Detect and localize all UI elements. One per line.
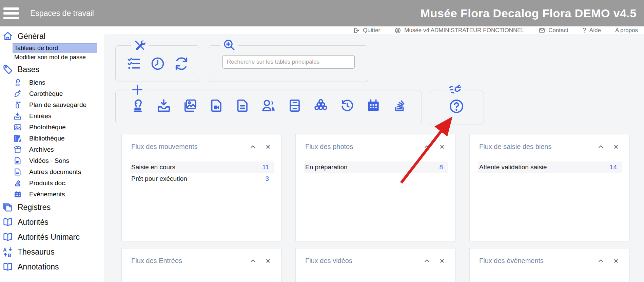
about-label: A propos	[615, 27, 638, 34]
grapes-cluster-icon[interactable]	[313, 98, 329, 113]
collapse-icon[interactable]	[598, 144, 604, 150]
history-clock-icon[interactable]	[339, 98, 355, 113]
flux-row-label: Saisie en cours	[131, 164, 175, 171]
help-label: Aide	[589, 27, 601, 34]
sidebar-item-tableau-de-bord[interactable]: Tableau de bord	[13, 44, 97, 53]
flux-row[interactable]: Saisie en cours 11	[130, 161, 274, 173]
close-icon[interactable]	[265, 258, 271, 264]
quit-button[interactable]: Quitter	[353, 27, 380, 34]
collapse-icon[interactable]	[250, 144, 256, 150]
sidebar-item-archives[interactable]: Archives	[0, 144, 97, 155]
main-search-input[interactable]	[222, 55, 355, 69]
tools-group	[115, 45, 200, 82]
hamburger-menu-icon[interactable]	[3, 7, 19, 19]
sidebar-item-biens[interactable]: Biens	[0, 77, 97, 88]
sidebar-item-carotheque[interactable]: Carothèque	[0, 88, 97, 99]
close-icon[interactable]	[613, 144, 619, 150]
sidebar-item-label: Autorités	[18, 218, 48, 227]
contact-button[interactable]: Contact	[539, 27, 568, 34]
clock-icon[interactable]	[150, 56, 165, 71]
collapse-icon[interactable]	[424, 144, 430, 150]
help-button[interactable]: ? Aide	[583, 26, 601, 34]
user-menu[interactable]: Musée v4 ADMINISTRATEUR FONCTIONNEL	[394, 27, 524, 34]
sidebar-item-label: Plan de sauvegarde	[29, 101, 86, 109]
widget-flux-des-videos: Flux des vidéos	[295, 248, 455, 282]
checklist-icon[interactable]	[126, 56, 142, 71]
paper-stack-icon[interactable]	[392, 98, 407, 113]
widget-title: Flux des évènements	[479, 257, 598, 265]
flux-row[interactable]: Prêt pour exécution 3	[130, 173, 274, 185]
flux-row-value: 14	[610, 164, 617, 171]
sidebar-item-label: Autorités Unimarc	[18, 233, 80, 242]
document-file-icon[interactable]	[235, 98, 250, 113]
widget-flux-de-saisie-des-biens: Flux de saisie des biens Attente validat…	[469, 134, 629, 241]
svg-text:A: A	[3, 247, 7, 253]
collapse-icon[interactable]	[250, 258, 256, 264]
drawer-cabinet-icon[interactable]	[287, 98, 303, 113]
sidebar: Général Tableau de bord Modifier son mot…	[0, 26, 97, 282]
paper-stack-icon	[13, 179, 22, 188]
flux-row-value: 8	[439, 164, 443, 171]
calendar-icon[interactable]	[366, 98, 381, 113]
refresh-icon[interactable]	[174, 56, 189, 71]
sidebar-item-thesaurus[interactable]: AB Thesaurus	[0, 244, 97, 259]
open-book-icon	[2, 217, 13, 227]
sidebar-item-label: Photothèque	[29, 124, 66, 131]
main-area: Quitter Musée v4 ADMINISTRATEUR FONCTION…	[97, 26, 644, 282]
video-file-icon[interactable]	[209, 98, 224, 113]
translate-icon: AB	[2, 246, 13, 257]
sidebar-item-label: Annotations	[18, 262, 59, 272]
widget-flux-des-evenements: Flux des évènements	[469, 248, 629, 282]
sidebar-item-autorites-unimarc[interactable]: Autorités Unimarc	[0, 230, 97, 244]
collapse-icon[interactable]	[598, 258, 604, 264]
sidebar-item-label: Bases	[18, 65, 39, 74]
statue-icon[interactable]	[130, 98, 145, 113]
sidebar-item-produits-doc[interactable]: Produits doc.	[0, 177, 97, 189]
sidebar-item-plan-de-sauvegarde[interactable]: Plan de sauvegarde	[0, 99, 97, 110]
sidebar-item-label: Archives	[29, 146, 54, 153]
search-group	[208, 45, 368, 82]
flux-row-value: 11	[262, 164, 269, 171]
sidebar-item-phototheque[interactable]: Photothèque	[0, 122, 97, 133]
flux-row[interactable]: Attente validation saisie 14	[478, 161, 622, 173]
people-icon[interactable]	[261, 98, 276, 113]
video-file-icon	[13, 156, 22, 165]
close-icon[interactable]	[439, 258, 445, 264]
wrench-screwdriver-icon	[133, 39, 146, 52]
images-icon[interactable]	[182, 98, 198, 113]
widget-flux-des-mouvements: Flux des mouvements Saisie en cours 11	[121, 134, 281, 241]
statue-icon	[13, 78, 22, 87]
close-icon[interactable]	[613, 258, 619, 264]
books-icon	[13, 134, 22, 143]
svg-text:B: B	[8, 253, 12, 257]
close-icon[interactable]	[439, 144, 445, 150]
dashboard-panel: Flux des mouvements Saisie en cours 11	[104, 34, 644, 282]
flux-row[interactable]: En préparation 8	[304, 161, 448, 173]
about-button[interactable]: A propos	[615, 27, 638, 34]
home-icon	[2, 31, 13, 42]
plus-icon	[131, 83, 144, 96]
download-tray-icon[interactable]	[156, 98, 172, 113]
fire-extinguisher-icon	[13, 101, 22, 109]
collapse-icon[interactable]	[424, 258, 430, 264]
calendar-icon	[13, 190, 22, 199]
sidebar-item-bases[interactable]: Bases	[0, 62, 97, 77]
zoom-plus-icon	[222, 38, 236, 52]
widget-title: Flux de saisie des biens	[479, 143, 598, 151]
sidebar-item-autres-documents[interactable]: Autres documents	[0, 166, 97, 177]
sidebar-item-registres[interactable]: Registres	[0, 200, 97, 215]
sidebar-item-general[interactable]: Général	[0, 29, 97, 44]
sidebar-item-autorites[interactable]: Autorités	[0, 215, 97, 230]
sidebar-item-bibliotheque[interactable]: Bibliothèque	[0, 133, 97, 144]
sidebar-item-annotations[interactable]: Annotations	[0, 259, 97, 274]
sidebar-item-modifier-mot-de-passe[interactable]: Modifier son mot de passe	[13, 53, 97, 62]
snap-fingers-icon	[447, 82, 462, 96]
inbox-down-icon	[13, 112, 22, 121]
question-circle-icon[interactable]	[448, 98, 465, 114]
close-icon[interactable]	[265, 144, 271, 150]
sidebar-item-videos-sons[interactable]: Vidéos - Sons	[0, 155, 97, 166]
sidebar-item-label: Biens	[29, 79, 45, 86]
sidebar-item-evenements[interactable]: Evènements	[0, 189, 97, 200]
utility-bar: Quitter Musée v4 ADMINISTRATEUR FONCTION…	[97, 26, 644, 34]
sidebar-item-entrees[interactable]: Entrées	[0, 110, 97, 122]
